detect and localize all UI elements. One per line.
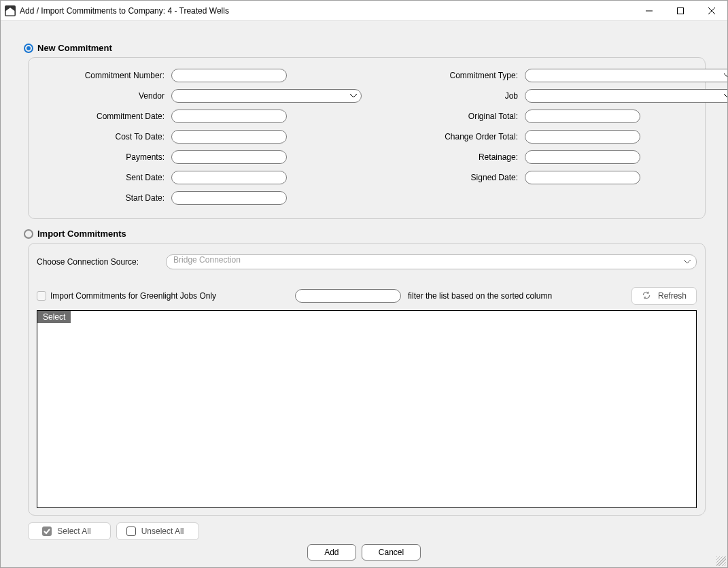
original-total-input[interactable] [525,110,640,123]
label-retainage: Retainage: [389,152,518,162]
greenlight-only-checkbox[interactable]: Import Commitments for Greenlight Jobs O… [37,291,288,301]
selection-row: Select All Unselect All [20,516,708,541]
mode-import-label: Import Commitments [37,229,126,239]
label-original-total: Original Total: [389,112,518,121]
label-commitment-date: Commitment Date: [42,112,164,121]
change-order-total-input[interactable] [525,130,640,144]
minimize-button[interactable] [634,1,665,21]
mode-import-commitments[interactable]: Import Commitments [20,219,708,243]
label-job: Job [389,91,518,101]
unselect-all-button[interactable]: Unselect All [116,522,199,540]
radio-icon [24,44,33,53]
refresh-icon [642,290,651,302]
form-left-col: Commitment Number: Vendor Commitment Dat… [42,69,362,205]
grid-header-select[interactable]: Select [37,311,71,323]
label-sent-date: Sent Date: [42,173,164,182]
connection-row: Choose Connection Source: Bridge Connect… [37,254,697,269]
label-signed-date: Signed Date: [389,173,518,182]
dialog-body: New Commitment Commitment Number: Vendor… [1,21,727,567]
label-cost-to-date: Cost To Date: [42,132,164,141]
filter-hint: filter the list based on the sorted colu… [408,291,552,301]
retainage-input[interactable] [525,150,640,164]
maximize-button[interactable] [665,1,696,21]
label-commitment-number: Commitment Number: [42,71,164,80]
form-right-col: Commitment Type: Job Original Total: Cha… [389,69,727,205]
connection-source-label: Choose Connection Source: [37,257,139,267]
commitment-number-input[interactable] [171,69,287,82]
mode-new-label: New Commitment [37,43,112,53]
checkbox-icon [37,291,46,301]
new-commitment-panel: Commitment Number: Vendor Commitment Dat… [28,57,706,219]
select-all-button[interactable]: Select All [28,522,111,540]
select-all-label: Select All [57,527,90,536]
filter-input[interactable] [295,289,401,303]
commitment-date-input[interactable] [171,110,287,123]
commitment-type-select[interactable] [525,69,727,82]
two-col: Commitment Number: Vendor Commitment Dat… [42,69,691,205]
titlebar: Add / Import Commitments to Company: 4 -… [1,1,727,21]
checkbox-checked-icon [42,527,52,536]
connection-source-select[interactable]: Bridge Connection [166,254,697,269]
add-button[interactable]: Add [307,544,356,561]
refresh-button[interactable]: Refresh [631,287,697,305]
label-vendor: Vendor [42,91,164,101]
import-panel: Choose Connection Source: Bridge Connect… [28,243,706,516]
label-payments: Payments: [42,152,164,162]
window-controls [634,1,727,21]
title-left: Add / Import Commitments to Company: 4 -… [5,5,229,16]
signed-date-input[interactable] [525,171,640,184]
app-window: Add / Import Commitments to Company: 4 -… [0,0,728,568]
resize-grip[interactable] [716,556,726,566]
payments-input[interactable] [171,150,287,164]
label-commitment-type: Commitment Type: [389,71,518,80]
greenlight-only-label: Import Commitments for Greenlight Jobs O… [50,291,216,301]
cost-to-date-input[interactable] [171,130,287,144]
window-title: Add / Import Commitments to Company: 4 -… [20,6,229,16]
cancel-button[interactable]: Cancel [362,544,421,561]
unselect-all-label: Unselect All [141,527,184,536]
job-select[interactable] [525,89,727,103]
label-start-date: Start Date: [42,193,164,203]
label-change-order-total: Change Order Total: [389,132,518,141]
radio-icon [24,229,33,239]
refresh-label: Refresh [658,291,687,301]
mode-new-commitment[interactable]: New Commitment [20,28,708,57]
footer: Add Cancel [20,541,708,563]
connection-source-value: Bridge Connection [173,255,241,265]
import-toolbar: Import Commitments for Greenlight Jobs O… [37,287,697,309]
close-button[interactable] [696,1,727,21]
import-grid[interactable]: Select [37,310,697,508]
vendor-select[interactable] [171,89,362,103]
svg-rect-1 [678,7,684,14]
sent-date-input[interactable] [171,171,287,184]
checkbox-empty-icon [126,527,136,536]
start-date-input[interactable] [171,191,287,205]
app-icon [5,5,16,16]
